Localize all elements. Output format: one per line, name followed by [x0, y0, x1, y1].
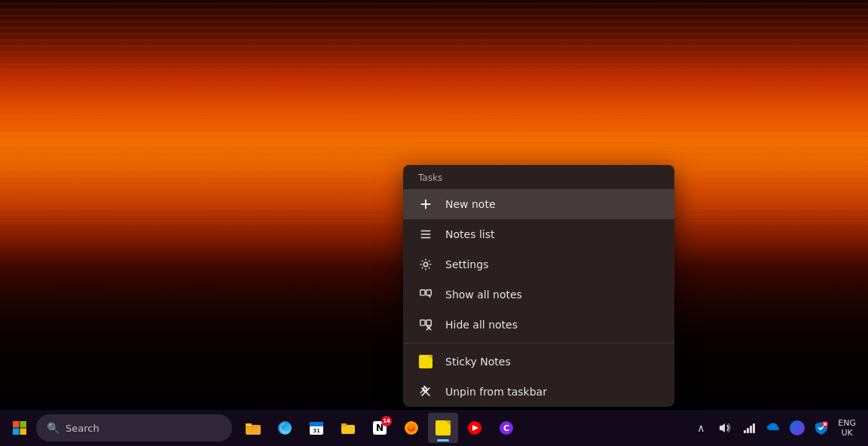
tray-network-icon[interactable] — [738, 417, 760, 438]
language-indicator[interactable]: ENG UK — [835, 418, 859, 438]
tray-copilot-icon[interactable] — [787, 417, 808, 438]
windows-logo-icon — [12, 420, 27, 435]
svg-rect-22 — [20, 429, 27, 435]
svg-text:31: 31 — [313, 428, 320, 434]
search-icon: 🔍 — [47, 422, 60, 434]
tray-overflow-button[interactable]: ∧ — [690, 417, 711, 438]
svg-rect-21 — [13, 429, 20, 435]
menu-item-unpin[interactable]: Unpin from taskbar — [403, 377, 674, 407]
plus-icon — [418, 197, 433, 212]
explorer-icon — [340, 420, 356, 435]
menu-item-hide-all-notes-label: Hide all notes — [445, 319, 518, 331]
edge-icon — [277, 420, 293, 436]
menu-item-sticky-notes-label: Sticky Notes — [445, 356, 511, 368]
menu-item-new-note[interactable]: New note — [403, 189, 674, 219]
svg-rect-10 — [426, 290, 431, 295]
gear-icon — [418, 257, 433, 272]
system-tray: ∧ — [690, 417, 862, 438]
copilot-bubble-icon — [790, 420, 805, 435]
menu-item-new-note-label: New note — [445, 198, 496, 210]
chevron-up-icon: ∧ — [697, 422, 704, 434]
defender-icon — [815, 421, 828, 435]
svg-line-18 — [420, 390, 423, 393]
tray-onedrive-icon[interactable] — [763, 417, 784, 438]
taskbar-app-calendar[interactable]: 31 — [301, 413, 332, 443]
unpin-icon — [418, 384, 433, 399]
taskbar-app-files[interactable] — [238, 413, 268, 443]
menu-item-sticky-notes[interactable]: Sticky Notes — [403, 347, 674, 377]
svg-rect-41 — [747, 428, 749, 433]
menu-item-settings-label: Settings — [445, 258, 488, 270]
search-input-label: Search — [66, 423, 99, 434]
calendar-icon: 31 — [308, 420, 325, 436]
menu-item-show-all-notes[interactable]: Show all notes — [403, 280, 674, 310]
tray-defender-icon[interactable] — [811, 417, 832, 438]
svg-text:C: C — [503, 423, 509, 433]
notion-badge: 14 — [381, 416, 392, 426]
sticky-notes-icon — [418, 354, 433, 369]
taskbar-app-explorer[interactable] — [333, 413, 363, 443]
svg-rect-11 — [420, 320, 425, 325]
taskbar-apps: 31 N 14 — [235, 413, 687, 443]
menu-item-show-all-notes-label: Show all notes — [445, 289, 522, 301]
tray-sound-icon[interactable] — [714, 417, 735, 438]
context-menu: Tasks New note Notes list — [403, 165, 674, 407]
onedrive-icon — [766, 423, 780, 433]
search-box[interactable]: 🔍 Search — [36, 414, 232, 441]
svg-rect-43 — [753, 423, 755, 433]
svg-rect-9 — [420, 290, 425, 295]
svg-point-8 — [423, 262, 427, 266]
svg-rect-28 — [310, 425, 323, 426]
svg-rect-24 — [246, 423, 252, 426]
list-icon — [418, 227, 433, 242]
menu-item-notes-list-label: Notes list — [445, 228, 494, 240]
menu-item-notes-list[interactable]: Notes list — [403, 219, 674, 249]
start-button[interactable] — [6, 414, 33, 441]
lang-secondary: UK — [842, 428, 853, 438]
menu-item-hide-all-notes[interactable]: Hide all notes — [403, 310, 674, 340]
svg-rect-12 — [426, 320, 431, 325]
svg-rect-20 — [20, 421, 27, 428]
menu-divider — [403, 343, 674, 344]
taskbar-app-firefox[interactable] — [396, 413, 426, 443]
taskbar-app-youtube[interactable] — [460, 413, 490, 443]
menu-item-unpin-label: Unpin from taskbar — [445, 386, 547, 398]
youtube-icon — [466, 420, 483, 436]
canva-icon: C — [498, 420, 515, 436]
menu-item-settings[interactable]: Settings — [403, 249, 674, 280]
sticky-taskbar-icon — [436, 420, 451, 435]
taskbar-app-canva[interactable]: C — [491, 413, 521, 443]
volume-icon — [719, 422, 731, 434]
taskbar-app-notion[interactable]: N 14 — [365, 413, 395, 443]
firefox-icon — [403, 420, 420, 436]
taskbar-app-sticky[interactable] — [428, 413, 458, 443]
taskbar: 🔍 Search — [0, 410, 868, 446]
taskbar-app-edge[interactable] — [270, 413, 300, 443]
menu-header: Tasks — [403, 165, 674, 189]
svg-rect-19 — [13, 421, 20, 428]
svg-rect-31 — [341, 423, 347, 426]
show-notes-icon — [418, 287, 433, 302]
network-icon — [743, 422, 755, 434]
lang-primary: ENG — [838, 418, 856, 428]
svg-rect-42 — [750, 426, 752, 433]
svg-rect-40 — [744, 430, 746, 433]
hide-notes-icon — [418, 317, 433, 332]
files-icon — [245, 420, 261, 435]
